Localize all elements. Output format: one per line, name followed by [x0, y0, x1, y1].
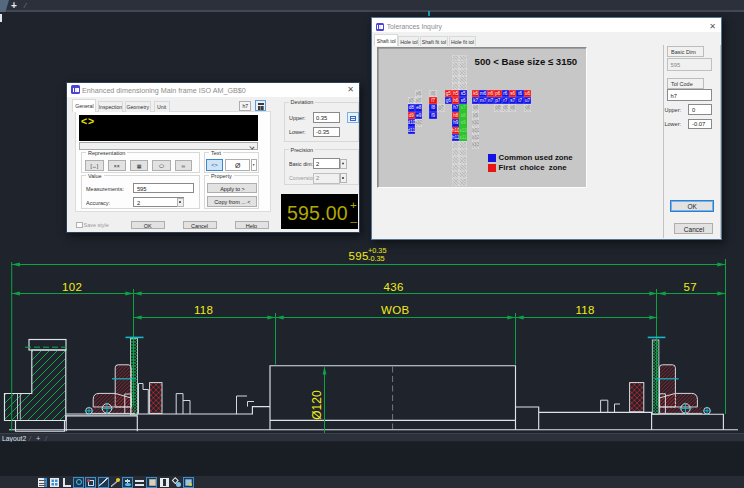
- svg-text:WOB: WOB: [381, 304, 409, 316]
- svg-text:118: 118: [576, 304, 595, 316]
- svg-text:436: 436: [384, 281, 404, 293]
- svg-text:Ø120: Ø120: [311, 390, 325, 420]
- svg-text:102: 102: [62, 281, 82, 293]
- svg-text:595: 595: [349, 250, 369, 262]
- svg-text:118: 118: [194, 304, 213, 316]
- svg-text:-0.35: -0.35: [368, 254, 385, 263]
- svg-text:57: 57: [684, 281, 697, 293]
